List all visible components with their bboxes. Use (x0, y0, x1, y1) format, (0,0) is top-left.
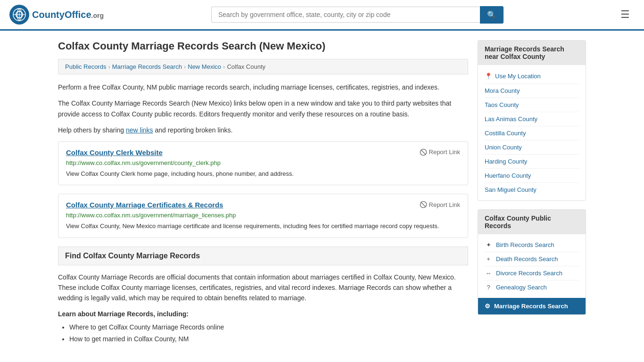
page-title: Colfax County Marriage Records Search (N… (58, 40, 468, 52)
nearby-counties: Mora CountyTaos CountyLas Animas CountyC… (485, 84, 579, 197)
logo-main-text: CountyOffice (32, 9, 91, 20)
report-link-0[interactable]: Report Link (420, 148, 460, 156)
pr-icon-1: + (485, 255, 492, 263)
public-records-title: Colfax County Public Records (478, 210, 586, 234)
svg-line-6 (421, 150, 425, 154)
bullet-item-1: How to get married in Colfax County, NM (69, 333, 468, 345)
logo-icon (9, 5, 29, 25)
logo-area: CountyOffice.org (9, 5, 104, 25)
search-button[interactable]: 🔍 (480, 6, 504, 24)
breadcrumb-marriage-records[interactable]: Marriage Records Search (112, 63, 182, 70)
marriage-records-icon: ⚙ (485, 303, 490, 310)
pr-link-3[interactable]: ? Genealogy Search (485, 280, 579, 294)
use-location-link[interactable]: 📍 Use My Location (485, 69, 579, 84)
nearby-title: Marriage Records Search near Colfax Coun… (478, 41, 586, 65)
public-records-links: ✦ Birth Records Search + Death Records S… (485, 238, 579, 294)
report-icon-0 (420, 148, 427, 156)
search-input[interactable] (211, 7, 480, 23)
pr-link-0[interactable]: ✦ Birth Records Search (485, 238, 579, 252)
nearby-body: 📍 Use My Location Mora CountyTaos County… (478, 65, 586, 200)
location-pin-icon: 📍 (485, 73, 492, 80)
link-items-container: Colfax County Clerk Website Report Link … (58, 141, 468, 238)
nearby-county-4[interactable]: Union County (485, 140, 579, 155)
pr-label-3[interactable]: Genealogy Search (496, 284, 547, 291)
report-icon-1 (420, 201, 427, 208)
nearby-section: Marriage Records Search near Colfax Coun… (478, 40, 586, 201)
breadcrumb-current: Colfax County (227, 63, 265, 70)
learn-header: Learn about Marriage Records, including: (58, 310, 468, 318)
bullet-item-0: Where to get Colfax County Marriage Reco… (69, 321, 468, 333)
pr-icon-0: ✦ (485, 241, 492, 248)
find-section-header: Find Colfax County Marriage Records (58, 247, 468, 265)
nearby-county-6[interactable]: Huerfano County (485, 169, 579, 183)
pr-label-0[interactable]: Birth Records Search (496, 241, 554, 248)
marriage-records-button[interactable]: ⚙ Marriage Records Search (478, 298, 586, 314)
nearby-county-7[interactable]: San Miguel County (485, 183, 579, 197)
pr-link-1[interactable]: + Death Records Search (485, 252, 579, 266)
public-records-section: Colfax County Public Records ✦ Birth Rec… (478, 209, 586, 315)
logo-text: CountyOffice.org (32, 9, 104, 20)
marriage-records-label: Marriage Records Search (494, 303, 568, 310)
sidebar: Marriage Records Search near Colfax Coun… (478, 40, 586, 345)
breadcrumb-new-mexico[interactable]: New Mexico (188, 63, 221, 70)
desc-para2: The Colfax County Marriage Records Searc… (58, 98, 468, 119)
pr-icon-2: ↔ (485, 270, 492, 277)
link-title-1[interactable]: Colfax County Marriage Certificates & Re… (66, 201, 223, 209)
svg-line-8 (421, 202, 425, 206)
new-links-link[interactable]: new links (126, 126, 153, 134)
main-content: Colfax County Marriage Records Search (N… (58, 40, 468, 345)
link-desc-0: View Colfax County Clerk home page, incl… (66, 169, 460, 179)
public-records-body: ✦ Birth Records Search + Death Records S… (478, 234, 586, 298)
menu-button[interactable]: ☰ (616, 6, 635, 24)
desc-para3: Help others by sharing new links and rep… (58, 125, 468, 135)
search-area: 🔍 (211, 6, 504, 24)
breadcrumb: Public Records › Marriage Records Search… (58, 59, 468, 74)
pr-label-1[interactable]: Death Records Search (496, 255, 558, 263)
logo-suffix: .org (91, 12, 104, 19)
nearby-county-3[interactable]: Costilla County (485, 126, 579, 140)
link-url-1[interactable]: http://www.co.colfax.nm.us/government/ma… (66, 212, 460, 219)
use-location-label: Use My Location (495, 73, 541, 80)
link-title-0[interactable]: Colfax County Clerk Website (66, 148, 163, 156)
link-item-header-1: Colfax County Marriage Certificates & Re… (66, 201, 460, 212)
site-header: CountyOffice.org 🔍 ☰ (0, 0, 644, 31)
nearby-county-1[interactable]: Taos County (485, 98, 579, 112)
link-desc-1: View Colfax County, New Mexico marriage … (66, 222, 460, 231)
desc-para1: Perform a free Colfax County, NM public … (58, 82, 468, 92)
bullet-list: Where to get Colfax County Marriage Reco… (58, 321, 468, 345)
nearby-county-5[interactable]: Harding County (485, 155, 579, 169)
pr-label-2[interactable]: Divorce Records Search (496, 270, 562, 277)
report-link-1[interactable]: Report Link (420, 201, 460, 208)
nearby-county-0[interactable]: Mora County (485, 84, 579, 98)
find-section-text: Colfax County Marriage Records are offic… (58, 272, 468, 304)
breadcrumb-public-records[interactable]: Public Records (65, 63, 106, 70)
main-container: Colfax County Marriage Records Search (N… (49, 31, 595, 354)
pr-icon-3: ? (485, 284, 492, 291)
link-item-0: Colfax County Clerk Website Report Link … (58, 141, 468, 186)
pr-link-2[interactable]: ↔ Divorce Records Search (485, 266, 579, 280)
link-item-1: Colfax County Marriage Certificates & Re… (58, 194, 468, 238)
link-item-header-0: Colfax County Clerk Website Report Link (66, 148, 460, 159)
nearby-county-2[interactable]: Las Animas County (485, 112, 579, 126)
link-url-0[interactable]: http://www.co.colfax.nm.us/government/co… (66, 159, 460, 166)
